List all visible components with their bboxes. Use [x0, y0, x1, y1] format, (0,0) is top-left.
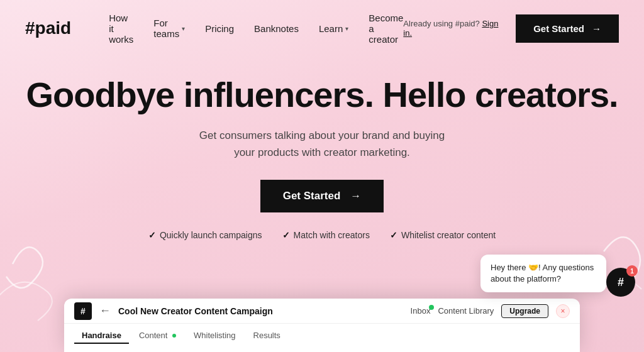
header: #paid How it works For teams ▾ Pricing B…: [0, 0, 644, 57]
check-item-2: ✓ Match with creators: [282, 230, 370, 240]
content-tab-dot: [172, 334, 176, 338]
app-back-button[interactable]: ←: [99, 304, 111, 317]
upgrade-button[interactable]: Upgrade: [501, 304, 548, 318]
tab-content[interactable]: Content: [131, 328, 184, 344]
header-right: Already using #paid? Sign in. Get Starte…: [403, 14, 619, 43]
check-item-3: ✓ Whitelist creator content: [390, 230, 496, 240]
app-preview-header: # ← Cool New Creator Content Campaign In…: [64, 299, 580, 324]
chevron-down-icon: ▾: [182, 25, 185, 32]
logo: #paid: [25, 18, 71, 38]
chat-button[interactable]: # 1: [606, 268, 635, 297]
chevron-down-icon: ▾: [345, 25, 348, 32]
inbox-button[interactable]: Inbox: [411, 306, 431, 316]
inbox-notification-dot: [429, 305, 434, 310]
hero-title: Goodbye influencers. Hello creators.: [26, 75, 618, 114]
chat-notification-badge: 1: [626, 265, 638, 277]
arrow-icon: →: [592, 23, 601, 34]
nav-become-creator[interactable]: Become a creator: [369, 13, 403, 45]
app-header-actions: Inbox Content Library Upgrade ×: [411, 304, 570, 318]
tab-whitelisting[interactable]: Whitelisting: [186, 328, 243, 344]
nav-learn[interactable]: Learn ▾: [319, 23, 348, 34]
hero-section: Goodbye influencers. Hello creators. Get…: [0, 57, 644, 240]
checkmark-icon: ✓: [282, 230, 290, 240]
nav-for-teams[interactable]: For teams ▾: [153, 18, 185, 39]
app-tabs: Handraise Content Whitelisting Results: [64, 324, 580, 348]
arrow-icon: →: [350, 190, 361, 202]
content-library-button[interactable]: Content Library: [438, 306, 494, 316]
hero-get-started-button[interactable]: Get Started →: [260, 180, 384, 212]
app-logo-icon: #: [74, 302, 92, 320]
nav-pricing[interactable]: Pricing: [205, 23, 234, 34]
hero-subtitle: Get consumers talking about your brand a…: [190, 127, 454, 161]
close-button[interactable]: ×: [556, 304, 570, 318]
app-campaign-title: Cool New Creator Content Campaign: [118, 306, 403, 316]
chat-bubble: Hey there 🤝! Any questions about the pla…: [480, 255, 606, 292]
main-nav: How it works For teams ▾ Pricing Banknot…: [109, 13, 403, 45]
nav-how-it-works[interactable]: How it works: [109, 13, 133, 45]
header-get-started-button[interactable]: Get Started →: [516, 14, 619, 43]
checkmarks-row: ✓ Quickly launch campaigns ✓ Match with …: [148, 230, 496, 240]
app-preview: # ← Cool New Creator Content Campaign In…: [64, 299, 580, 352]
checkmark-icon: ✓: [148, 230, 156, 240]
nav-banknotes[interactable]: Banknotes: [254, 23, 299, 34]
tab-handraise[interactable]: Handraise: [74, 328, 129, 344]
check-item-1: ✓ Quickly launch campaigns: [148, 230, 262, 240]
already-using-text: Already using #paid? Sign in.: [403, 19, 506, 38]
tab-results[interactable]: Results: [246, 328, 288, 344]
checkmark-icon: ✓: [390, 230, 397, 240]
